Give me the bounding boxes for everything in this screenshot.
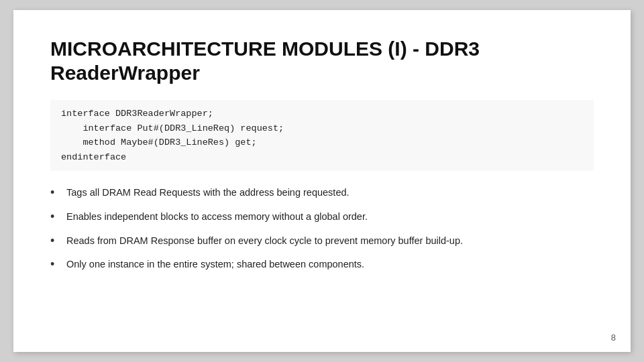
bullet-text: Reads from DRAM Response buffer on every… bbox=[66, 234, 463, 247]
bullet-text: Only one instance in the entire system; … bbox=[66, 257, 364, 271]
code-block: interface DDR3ReaderWrapper; interface P… bbox=[50, 100, 594, 171]
bullet-dot: • bbox=[50, 186, 62, 200]
bullet-text: Enables independent blocks to access mem… bbox=[66, 210, 368, 223]
page-number: 8 bbox=[611, 333, 616, 343]
slide: MICROARCHITECTURE MODULES (I) - DDR3 Rea… bbox=[13, 10, 631, 352]
slide-title: MICROARCHITECTURE MODULES (I) - DDR3 Rea… bbox=[50, 37, 594, 85]
bullet-dot: • bbox=[50, 210, 62, 225]
list-item: • Only one instance in the entire system… bbox=[50, 257, 594, 272]
bullet-list: • Tags all DRAM Read Requests with the a… bbox=[50, 186, 594, 332]
list-item: • Tags all DRAM Read Requests with the a… bbox=[50, 186, 594, 200]
list-item: • Enables independent blocks to access m… bbox=[50, 210, 594, 225]
bullet-text: Tags all DRAM Read Requests with the add… bbox=[66, 186, 350, 199]
bullet-dot: • bbox=[50, 234, 62, 249]
bullet-dot: • bbox=[50, 257, 62, 272]
list-item: • Reads from DRAM Response buffer on eve… bbox=[50, 234, 594, 249]
